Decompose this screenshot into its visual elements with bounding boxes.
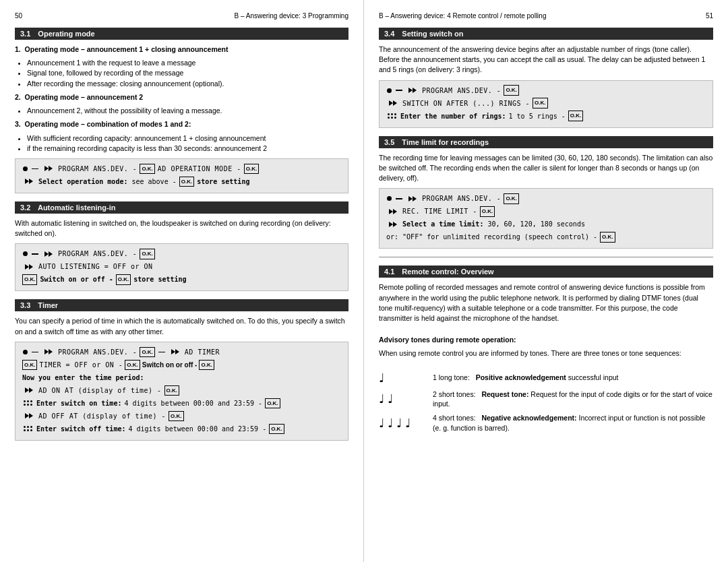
code-3-3-line-3: Now you enter the time period:	[22, 372, 341, 383]
code-3-5-line-4: or: "OFF" for unlimited recording (speec…	[386, 231, 706, 243]
page-left: 50 B – Answering device: 3 Programming 3…	[0, 0, 364, 562]
code-3-4-line-3: Enter the number of rings: 1 to 5 rings …	[386, 111, 706, 122]
menu-dot	[387, 88, 392, 93]
list-item: Announcement 2, without the possibility …	[27, 106, 348, 116]
section-3-4-body: The announcement of the answering device…	[379, 44, 713, 75]
nav-arrow-2	[24, 179, 34, 184]
page-divider	[379, 257, 713, 257]
section-3-1-header: 3.1 Operating mode	[15, 28, 348, 40]
menu-dot	[23, 350, 28, 354]
menu-dot	[23, 251, 28, 256]
keypad-icon-2	[24, 426, 32, 431]
list-item: Announcement 1 with the request to leave…	[27, 58, 348, 68]
section-4-1-body: Remote polling of recorded messages and …	[379, 282, 713, 323]
code-3-3-line-2: O.K. TIMER = OFF or ON - O.K. Switch on …	[22, 359, 341, 371]
code-line-1: PROGRAM ANS.DEV. - O.K. AD OPERATION MOD…	[22, 163, 341, 175]
section-4-1-header: 4.1 Remote control: Overview	[379, 266, 713, 278]
nav-arrow	[24, 264, 34, 270]
code-3-4-line-1: PROGRAM ANS.DEV. - O.K.	[386, 85, 706, 96]
code-3-5-line-1: PROGRAM ANS.DEV. - O.K.	[386, 193, 706, 204]
section-3-5-body: The recording time for leaving messages …	[379, 153, 713, 184]
list-item: With sufficient recording capacity: anno…	[27, 133, 348, 144]
tone-row-1: ♩ 1 long tone: Positive acknowledgement …	[379, 371, 713, 385]
code-3-3-line-6: AD OFF AT (display of time) - O.K.	[22, 410, 341, 422]
section-3-3-body: You can specify a period of time in whic…	[15, 316, 348, 336]
section-3-5-header: 3.5 Time limit for recordings	[379, 136, 713, 148]
menu-dot	[23, 166, 28, 171]
page-header-left: B – Answering device: 3 Programming	[234, 12, 348, 20]
advisory-title: Advisory tones during remote operation:	[379, 335, 713, 345]
tone-notes-2: ♩ ♩	[379, 392, 426, 406]
section-3-1-list-1: Announcement 1 with the request to leave…	[27, 58, 348, 89]
section-3-1-item-2: 2. Operating mode – announcement 2	[15, 92, 348, 102]
code-3-5-line-2: REC. TIME LIMIT - O.K.	[386, 206, 706, 217]
keypad-icon-3	[388, 113, 396, 119]
page-right: B – Answering device: 4 Remote control /…	[364, 0, 728, 562]
tone-row-2: ♩ ♩ 2 short tones: Request tone: Request…	[379, 389, 713, 409]
list-item: After recording the message: closing ann…	[27, 79, 348, 89]
section-3-4-header: 3.4 Setting switch on	[379, 28, 713, 40]
section-3-1-item-3: 3. Operating mode – combination of modes…	[15, 119, 348, 129]
code-3-2-line-1: PROGRAM ANS.DEV. - O.K.	[22, 248, 341, 259]
code-3-3-line-7: Enter switch off time: 4 digits between …	[22, 423, 341, 435]
section-3-2-body: With automatic listening in switched on,…	[15, 218, 348, 239]
page-num-right-num: 51	[706, 12, 713, 20]
section-3-5-code: PROGRAM ANS.DEV. - O.K. REC. TIME LIMIT …	[379, 188, 713, 249]
tone-desc-2: 2 short tones: Request tone: Request for…	[433, 389, 713, 409]
code-line-2: Select operation mode: see above - O.K. …	[22, 176, 341, 187]
code-3-3-line-4: AD ON AT (display of time) - O.K.	[22, 385, 341, 396]
menu-dot	[387, 196, 392, 201]
page-container: 50 B – Answering device: 3 Programming 3…	[0, 0, 728, 562]
tone-row-4: ♩ ♩ ♩ ♩ 4 short tones: Negative acknowle…	[379, 413, 713, 433]
code-3-4-line-2: SWITCH ON AFTER (...) RINGS - O.K.	[386, 98, 706, 109]
section-3-1-list-2: Announcement 2, without the possibility …	[27, 106, 348, 116]
code-3-3-line-5: Enter switch on time: 4 digits between 0…	[22, 398, 341, 409]
section-3-4-code: PROGRAM ANS.DEV. - O.K. SWITCH ON AFTER …	[379, 80, 713, 128]
section-3-1-code: PROGRAM ANS.DEV. - O.K. AD OPERATION MOD…	[15, 158, 348, 193]
section-3-3-code: PROGRAM ANS.DEV. - O.K. AD TIMER O.K. TI…	[15, 342, 348, 441]
advisory-body: When using remote control you are inform…	[379, 348, 713, 358]
section-3-1-list-3: With sufficient recording capacity: anno…	[27, 133, 348, 154]
list-item: if the remaining recording capacity is l…	[27, 144, 348, 154]
nav-arrow	[43, 166, 54, 171]
section-3-2-code: PROGRAM ANS.DEV. - O.K. AUTO LISTENING =…	[15, 243, 348, 291]
section-3-2-header: 3.2 Automatic listening-in	[15, 201, 348, 214]
tone-desc-4: 4 short tones: Negative acknowledgement:…	[433, 413, 713, 433]
tone-notes-4: ♩ ♩ ♩ ♩	[379, 416, 426, 431]
list-item: Signal tone, followed by recording of th…	[27, 68, 348, 78]
tone-desc-1: 1 long tone: Positive acknowledgement su…	[433, 373, 618, 383]
code-3-5-line-3: Select a time limit: 30, 60, 120, 180 se…	[386, 218, 706, 230]
section-3-3-header: 3.3 Timer	[15, 299, 348, 311]
page-number-right: B – Answering device: 4 Remote control /…	[379, 12, 713, 20]
page-num-left-num: 50	[15, 12, 22, 20]
keypad-icon	[24, 400, 32, 406]
section-3-1-item-1: 1. Operating mode – announcement 1 + clo…	[15, 44, 348, 55]
nav-arrow	[43, 251, 54, 257]
code-3-2-line-2: AUTO LISTENING = OFF or ON	[22, 261, 341, 272]
page-header-right: B – Answering device: 4 Remote control /…	[379, 12, 546, 20]
code-3-2-line-3: O.K. Switch on or off - O.K. store setti…	[22, 274, 341, 285]
tone-notes-1: ♩	[379, 371, 426, 385]
page-number-left: 50 B – Answering device: 3 Programming	[15, 12, 348, 20]
code-3-3-line-1: PROGRAM ANS.DEV. - O.K. AD TIMER	[22, 346, 341, 358]
